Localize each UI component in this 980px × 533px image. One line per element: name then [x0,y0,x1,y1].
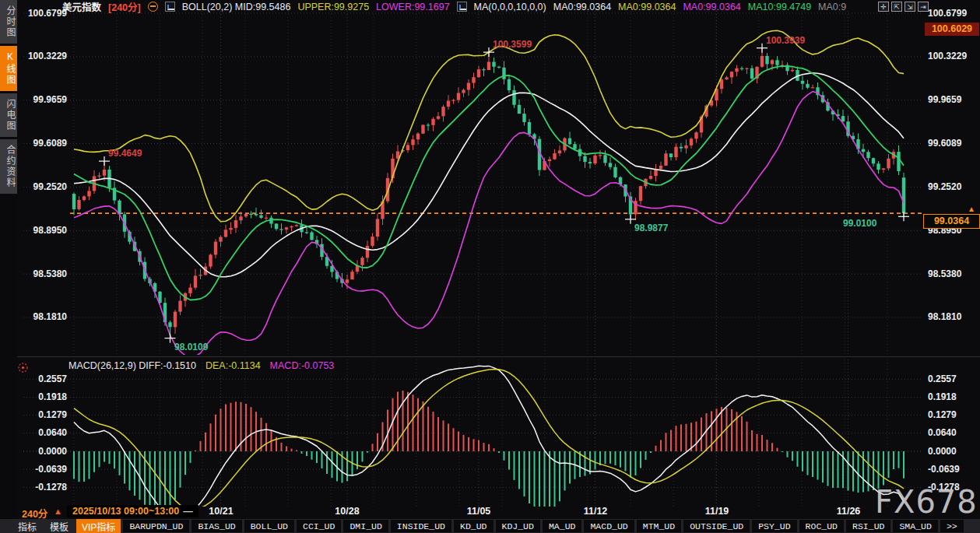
price-axis-label-right: 99.2520 [928,181,978,193]
boll-lower-value: LOWER:99.1697 [376,2,450,12]
ma0-value-white: MA0:99.0364 [553,2,611,12]
price-axis-label-left: 99.9659 [20,94,67,106]
sidebar: 分时图K线图闪电图合约资料 [0,0,17,533]
macd-axis-label-right: 0.2557 [928,373,978,385]
price-axis-label-right: 100.6799 [928,8,978,19]
toolbar-tab-kd-ud[interactable]: KD_UD [454,520,494,532]
macd-axis-label-right: -0.0639 [928,464,978,475]
macd-title-diff: MACD(26,12,9) DIFF:-0.1510 [68,360,196,371]
trading-app-window: 分时图K线图闪电图合约资料 美元指数 [240分] BOLL(20,2) MID… [0,0,980,533]
chart-toolbar-icons: ✛ ⇱ ⇲ ⇥ [878,2,929,12]
price-annotation-high: 100.3939 [766,35,805,46]
zoom-out-axis-icon[interactable]: ⇲ [904,2,915,12]
price-axis-label-left: 99.6089 [20,138,67,149]
sidebar-item-1[interactable]: K线图 [0,46,17,91]
x-axis-label: 11/05 [462,506,496,517]
boll-settings-icon[interactable] [165,2,175,12]
sidebar-item-0[interactable]: 分时图 [0,0,17,44]
price-axis-label-right: 100.3229 [928,51,978,62]
toolbar-tab-模板[interactable]: 模板 [44,519,74,533]
zoom-in-axis-icon[interactable]: ⇱ [891,2,902,12]
toolbar-tab-指标[interactable]: 指标 [12,519,42,533]
toolbar-tab-vip指标[interactable]: VIP指标 [76,519,121,533]
toolbar-tab-outside-ud[interactable]: OUTSIDE_UD [683,520,750,532]
session-dash: — [183,506,193,517]
panel-divider [17,356,980,357]
session-range-text: 2025/10/13 09:00~13:00 [72,506,179,517]
toolbar-tab-macd-ud[interactable]: MACD_UD [584,520,634,532]
x-axis-label: 10/28 [330,506,364,517]
toolbar-tab-kdj-ud[interactable]: KDJ_UD [496,520,540,532]
symbol-title: 美元指数 [62,0,101,14]
macd-dea-value: DEA:-0.1134 [205,360,261,371]
toolbar-tab-inside-ud[interactable]: INSIDE_UD [391,520,451,532]
price-axis-label-left: 98.1810 [20,311,67,323]
price-annotation-low: 99.0100 [843,218,876,229]
ma0-value-gray: MA0:9 [818,2,846,12]
timeframe-tag: [240分] [108,0,141,14]
macd-axis-label-left: -0.1278 [20,482,67,493]
toolbar-tab-barupdn-ud[interactable]: BARUPDN_UD [123,520,189,532]
price-axis-label-left: 99.2520 [20,181,67,193]
macd-axis-label-left: -0.0639 [20,464,67,475]
ma-settings-icon[interactable] [457,2,467,12]
price-axis-label-right: 98.1810 [928,311,978,323]
boll-values: BOLL(20,2) MID:99.5486 [182,2,291,12]
toolbar-tab-ma-ud[interactable]: MA_UD [543,520,582,532]
toolbar-tab-cci-ud[interactable]: CCI_UD [297,520,341,532]
price-axis-label-left: 98.5380 [20,268,67,280]
price-axis-label-right: 98.5380 [928,268,978,280]
pan-move-icon[interactable]: ✛ [878,2,889,12]
x-axis-label: 10/21 [204,506,238,517]
toolbar-tab-bias-ud[interactable]: BIAS_UD [191,520,241,532]
price-axis-label-left: 100.6799 [20,8,67,19]
toolbar-tab-mtm-ud[interactable]: MTM_UD [637,520,681,532]
toolbar-tab-rsi-ud[interactable]: RSI_UD [846,520,890,532]
price-annotation-high: 100.3599 [493,39,532,50]
fx678-watermark: FX678 [875,484,978,520]
x-axis-label: 11/12 [578,506,613,517]
price-axis-label-right: 99.9659 [928,94,978,106]
price-alert-arrow-icon: ▲ [968,205,975,213]
price-axis-label-left: 100.3229 [20,51,67,62]
macd-axis-label-left: 0.0640 [20,427,67,439]
price-annotation-low: 98.0109 [174,342,208,352]
macd-axis-label-left: 0.1279 [20,409,67,421]
remove-indicator-icon[interactable] [148,2,158,12]
macd-value: MACD:-0.0753 [270,360,335,371]
indicator-toolbar: 指标模板VIP指标BARUPDN_UDBIAS_UDBOLL_UDCCI_UDD… [0,519,980,533]
toolbar-tab-roc-ud[interactable]: ROC_UD [799,520,844,532]
toolbar-tab-sma-ud[interactable]: SMA_UD [893,520,937,532]
macd-axis-label-left: 0.2557 [20,373,67,385]
macd-axis-label-right: 0.0640 [928,427,978,439]
price-axis-label-left: 98.8950 [20,225,67,237]
ma-params: MA(0,0,0,10,0,0) [474,2,546,12]
macd-locate-icon [17,362,29,373]
toolbar-tab--[interactable]: >> [940,520,964,532]
price-annotation-high: 99.4649 [108,148,142,159]
x-axis-label: 11/19 [700,506,734,517]
macd-axis-label-left: 0.0000 [20,446,67,458]
next-page-icon[interactable]: ⇥ [918,2,929,12]
current-price-badge: 99.0364 [923,214,980,229]
upper-band-high-badge: 100.6029 [925,23,979,36]
macd-axis-label-left: 0.1918 [20,391,67,403]
price-axis-label-right: 99.6089 [928,138,978,149]
boll-upper-value: UPPER:99.9275 [297,2,369,12]
toolbar-tab-dmi-ud[interactable]: DMI_UD [343,520,388,532]
ma10-value: MA10:99.4749 [748,2,811,12]
macd-header: MACD(26,12,9) DIFF:-0.1510 DEA:-0.1134 M… [68,360,334,371]
x-axis-label: 11/26 [831,506,866,517]
sidebar-item-3[interactable]: 合约资料 [0,139,17,194]
candlestick-and-macd-chart [0,0,980,533]
ma0-value-yellow: MA0:99.0364 [618,2,676,12]
timeframe-arrow-icon[interactable]: ▲ [54,507,62,516]
toolbar-tab-psy-ud[interactable]: PSY_UD [752,520,796,532]
session-range-box: 2025/10/13 09:00~13:00— [67,505,198,517]
price-annotation-low: 98.9877 [634,223,668,233]
macd-axis-label-right: 0.1279 [928,409,978,421]
toolbar-tab-boll-ud[interactable]: BOLL_UD [244,520,294,532]
sidebar-item-2[interactable]: 闪电图 [0,93,17,137]
ma0-value-magenta: MA0:99.0364 [683,2,740,12]
macd-axis-label-right: 0.0000 [928,446,978,458]
